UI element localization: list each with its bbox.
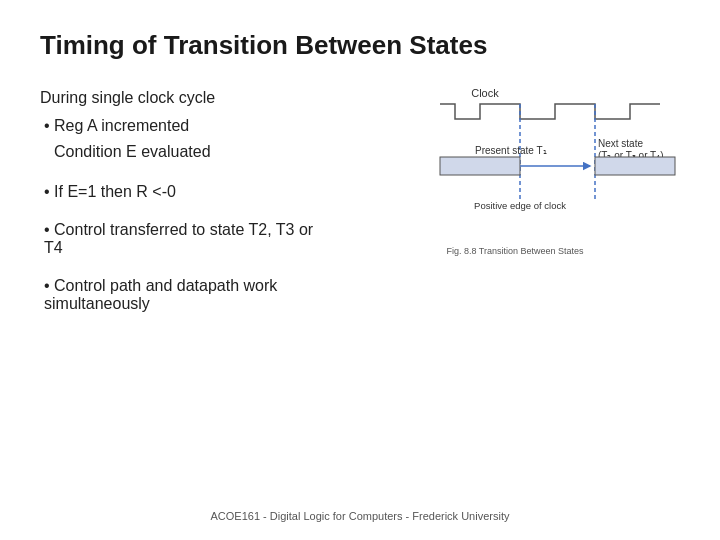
diagram-column: Clock Present state T₁ Next state (T₂ or… <box>330 79 690 299</box>
bullet-4: • Control path and datapath work simulta… <box>40 277 320 313</box>
clock-label: Clock <box>471 87 499 99</box>
svg-rect-3 <box>440 157 520 175</box>
svg-rect-7 <box>595 157 675 175</box>
svg-text:Positive edge of clock: Positive edge of clock <box>474 200 566 211</box>
page-title: Timing of Transition Between States <box>40 30 680 61</box>
timing-diagram: Clock Present state T₁ Next state (T₂ or… <box>330 79 690 299</box>
content-area: During single clock cycle • Reg A increm… <box>40 79 680 313</box>
slide: Timing of Transition Between States Duri… <box>0 0 720 540</box>
svg-text:Fig. 8.8  Transition Between S: Fig. 8.8 Transition Between States <box>446 246 584 256</box>
svg-text:Next state: Next state <box>598 138 643 149</box>
bullet-1: • Reg A incremented <box>40 117 320 135</box>
during-label: During single clock cycle <box>40 89 320 107</box>
condition-label: Condition E evaluated <box>40 143 320 161</box>
footer-text: ACOE161 - Digital Logic for Computers - … <box>0 510 720 522</box>
bullet-2: • If E=1 then R <-0 <box>40 183 320 201</box>
text-column: During single clock cycle • Reg A increm… <box>40 79 320 313</box>
bullet-3: • Control transferred to state T2, T3 or… <box>40 221 320 257</box>
svg-text:Present state  T₁: Present state T₁ <box>475 145 547 156</box>
